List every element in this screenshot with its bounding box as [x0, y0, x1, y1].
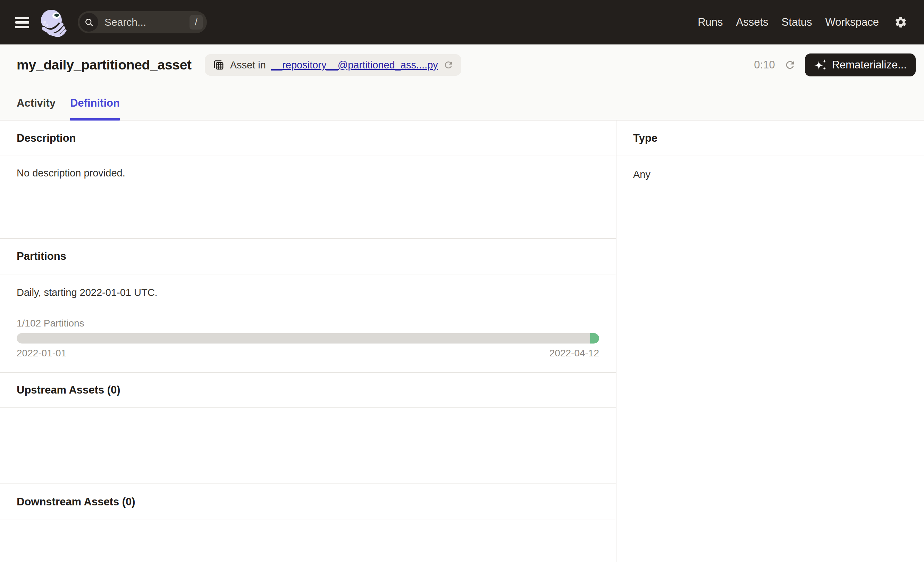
downstream-title: Downstream Assets (0): [16, 496, 135, 508]
partitions-count-label: 1/102 Partitions: [16, 318, 599, 329]
section-upstream-header: Upstream Assets (0): [0, 373, 616, 408]
refresh-button[interactable]: [784, 59, 796, 71]
rematerialize-label: Rematerialize...: [832, 59, 907, 71]
partitions-progress-fill: [590, 333, 599, 344]
nav-link-runs[interactable]: Runs: [698, 16, 723, 29]
left-column: Description No description provided. Par…: [0, 120, 616, 562]
section-type-header: Type: [616, 120, 924, 156]
tab-activity-label: Activity: [16, 97, 56, 110]
upstream-title: Upstream Assets (0): [16, 384, 120, 396]
type-value: Any: [633, 169, 651, 180]
hamburger-menu-icon[interactable]: [15, 17, 29, 28]
description-title: Description: [16, 132, 76, 144]
partition-range-start: 2022-01-01: [16, 348, 66, 359]
nav-link-workspace[interactable]: Workspace: [825, 16, 879, 29]
tab-definition-label: Definition: [70, 97, 120, 110]
search-bar: /: [78, 11, 207, 33]
search-icon: [84, 17, 94, 27]
section-downstream-header: Downstream Assets (0): [0, 484, 616, 520]
search-icon-circle: [80, 13, 98, 32]
title-row: my_daily_partitioned_asset Asset in __re…: [0, 45, 924, 77]
top-navbar: / Runs Assets Status Workspace: [0, 0, 924, 45]
octopus-logo-icon: [40, 8, 68, 37]
asset-page-header: my_daily_partitioned_asset Asset in __re…: [0, 45, 924, 120]
description-empty-text: No description provided.: [16, 167, 125, 179]
nav-link-assets[interactable]: Assets: [736, 16, 768, 29]
right-column: Type Any: [616, 120, 924, 562]
gear-icon: [894, 16, 908, 29]
reload-icon: [443, 60, 454, 70]
partitions-title: Partitions: [16, 250, 66, 263]
asset-in-label: Asset in: [230, 59, 266, 71]
page-title: my_daily_partitioned_asset: [16, 57, 192, 72]
refresh-icon: [784, 59, 796, 71]
dagster-logo[interactable]: [40, 8, 68, 37]
badge-reload-button[interactable]: [443, 60, 454, 70]
partitions-progress-bar: [16, 333, 599, 344]
section-description-header: Description: [0, 120, 616, 156]
partition-range-end: 2022-04-12: [549, 348, 599, 359]
downstream-empty-content: [0, 520, 616, 562]
asset-location-badge: Asset in __repository__@partitioned_ass.…: [205, 54, 461, 76]
sparkles-icon: [814, 59, 827, 72]
partitions-content: Daily, starting 2022-01-01 UTC. 1/102 Pa…: [0, 274, 616, 373]
rematerialize-button[interactable]: Rematerialize...: [805, 54, 916, 77]
upstream-empty-content: [0, 408, 616, 484]
repository-link[interactable]: __repository__@partitioned_ass....py: [271, 59, 438, 71]
partition-range-row: 2022-01-01 2022-04-12: [16, 348, 599, 359]
slash-shortcut-key: /: [189, 15, 203, 30]
tab-definition[interactable]: Definition: [70, 87, 120, 120]
settings-button[interactable]: [894, 16, 908, 29]
type-title: Type: [633, 132, 657, 144]
partitions-schedule: Daily, starting 2022-01-01 UTC.: [16, 287, 599, 298]
tab-activity[interactable]: Activity: [16, 87, 56, 120]
nav-right-cluster: Runs Assets Status Workspace: [698, 16, 908, 29]
section-partitions-header: Partitions: [0, 239, 616, 274]
description-content: No description provided.: [0, 156, 616, 239]
header-actions: 0:10 Rematerialize...: [754, 54, 916, 77]
nav-left-cluster: /: [15, 8, 207, 37]
active-tab-indicator: [70, 118, 120, 120]
main-content: Description No description provided. Par…: [0, 120, 924, 562]
asset-group-icon: [212, 59, 225, 71]
search-input[interactable]: [98, 17, 189, 28]
type-content: Any: [616, 156, 924, 193]
refresh-timer: 0:10: [754, 59, 775, 71]
asset-tabs: Activity Definition: [0, 87, 924, 120]
nav-link-status[interactable]: Status: [782, 16, 812, 29]
